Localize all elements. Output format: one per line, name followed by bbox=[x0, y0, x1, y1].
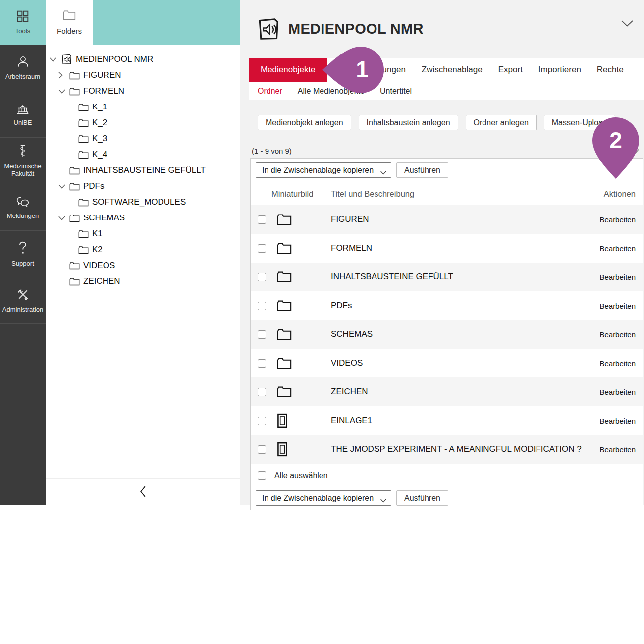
sidebar-item-medizinische-fakultaet[interactable]: Medizinische Fakultät bbox=[0, 138, 46, 184]
row-title[interactable]: THE JMODSP EXPERIMENT - A MEANINGFUL MOD… bbox=[331, 444, 582, 454]
chevron-down-icon[interactable] bbox=[58, 184, 69, 189]
row-checkbox[interactable] bbox=[258, 330, 266, 339]
sidebar-filler bbox=[0, 324, 46, 505]
ausfuehren-button[interactable]: Ausführen bbox=[396, 162, 448, 178]
sidebar-item-support[interactable]: Support bbox=[0, 231, 46, 277]
bulk-action-select[interactable]: In die Zwischenablage kopieren bbox=[256, 490, 391, 506]
chevron-down-icon[interactable] bbox=[50, 57, 60, 62]
sidebar-item-label: Meldungen bbox=[5, 212, 40, 219]
sidebar-item-tools[interactable]: Tools bbox=[0, 0, 46, 45]
bearbeiten-link[interactable]: Bearbeiten bbox=[599, 330, 636, 339]
tree-item-software_modules[interactable]: SOFTWARE_MODULES bbox=[46, 194, 240, 210]
tree-item-schemas[interactable]: SCHEMAS bbox=[46, 210, 240, 226]
bearbeiten-link[interactable]: Bearbeiten bbox=[599, 388, 636, 396]
tab-importieren[interactable]: Importieren bbox=[531, 58, 589, 82]
sidebar-item-arbeitsraum[interactable]: Arbeitsraum bbox=[0, 45, 46, 91]
tree-item-pdfs[interactable]: PDFs bbox=[46, 178, 240, 194]
tab-zwischenablage[interactable]: Zwischenablage bbox=[414, 58, 490, 82]
chevron-right-icon[interactable] bbox=[58, 72, 69, 79]
bearbeiten-link[interactable]: Bearbeiten bbox=[599, 244, 636, 253]
bearbeiten-link[interactable]: Bearbeiten bbox=[599, 359, 636, 368]
sidebar-item-label: UniBE bbox=[12, 119, 34, 126]
row-title[interactable]: VIDEOS bbox=[331, 358, 363, 368]
folder-icon bbox=[277, 357, 294, 369]
folder-icon bbox=[69, 71, 80, 80]
subtab-untertitel[interactable]: Untertitel bbox=[380, 87, 412, 96]
tree-item-k1[interactable]: K1 bbox=[46, 226, 240, 242]
row-title[interactable]: PDFs bbox=[331, 301, 352, 311]
tree-item-label: VIDEOS bbox=[83, 261, 115, 270]
tree-item-videos[interactable]: VIDEOS bbox=[46, 258, 240, 273]
screenshot-stage: Tools Arbeitsraum UniBE Medizinische Fak… bbox=[0, 0, 644, 644]
folder-icon bbox=[277, 328, 294, 340]
inhaltsbaustein-anlegen-button[interactable]: Inhaltsbaustein anlegen bbox=[359, 115, 458, 130]
tab-partially-covered[interactable]: ungen bbox=[375, 58, 414, 82]
row-checkbox[interactable] bbox=[258, 417, 266, 425]
table-row-zeichen: ZEICHEN Bearbeiten bbox=[251, 377, 643, 406]
ausfuehren-button[interactable]: Ausführen bbox=[396, 490, 448, 506]
row-title[interactable]: SCHEMAS bbox=[331, 329, 373, 339]
tree-item-formeln[interactable]: FORMELN bbox=[46, 83, 240, 99]
folder-icon bbox=[69, 182, 80, 191]
chevron-down-icon[interactable] bbox=[58, 89, 69, 94]
sidebar-item-unibe[interactable]: UniBE bbox=[0, 91, 46, 138]
row-checkbox[interactable] bbox=[258, 359, 266, 368]
person-icon bbox=[16, 55, 30, 68]
tree-item-label: K_4 bbox=[92, 150, 107, 160]
select-all-checkbox[interactable] bbox=[258, 471, 266, 480]
folder-icon bbox=[69, 277, 80, 286]
ordner-anlegen-button[interactable]: Ordner anlegen bbox=[466, 115, 537, 130]
tree-item-inhaltsbausteine-gefuellt[interactable]: INHALTSBAUSTEINE GEFÜLLT bbox=[46, 162, 240, 178]
tab-rechte[interactable]: Rechte bbox=[589, 58, 632, 82]
question-icon bbox=[18, 241, 27, 255]
row-checkbox[interactable] bbox=[258, 388, 266, 396]
massen-upload-button[interactable]: Massen-Upload bbox=[544, 115, 615, 130]
row-checkbox[interactable] bbox=[258, 445, 266, 454]
row-title[interactable]: FORMELN bbox=[331, 243, 372, 253]
building-icon bbox=[16, 103, 30, 114]
bearbeiten-link[interactable]: Bearbeiten bbox=[599, 215, 636, 224]
collapse-panel-icon[interactable] bbox=[140, 486, 146, 497]
tree-item-label: INHALTSBAUSTEINE GEFÜLLT bbox=[83, 165, 206, 175]
tree-item-k_4[interactable]: K_4 bbox=[46, 147, 240, 162]
medienobjekt-anlegen-button[interactable]: Medienobjekt anlegen bbox=[258, 115, 351, 130]
tree-item-k_2[interactable]: K_2 bbox=[46, 115, 240, 131]
row-checkbox[interactable] bbox=[258, 215, 266, 224]
sidebar-item-meldungen[interactable]: Meldungen bbox=[0, 184, 46, 231]
tree-item-label: SOFTWARE_MODULES bbox=[92, 197, 186, 207]
subtab-ordner[interactable]: Ordner bbox=[258, 87, 282, 96]
bulk-action-select[interactable]: In die Zwischenablage kopieren bbox=[256, 162, 391, 178]
tree-item-medienpool-nmr[interactable]: MEDIENPOOL NMR bbox=[46, 52, 240, 67]
subtab-alle-medienobjekte[interactable]: Alle Medienobjekte bbox=[298, 87, 365, 96]
row-title[interactable]: INHALTSBAUSTEINE GEFÜLLT bbox=[331, 272, 453, 282]
tree-item-zeichen[interactable]: ZEICHEN bbox=[46, 273, 240, 289]
row-title[interactable]: FIGUREN bbox=[331, 215, 369, 224]
row-checkbox[interactable] bbox=[258, 302, 266, 310]
tree-item-k2[interactable]: K2 bbox=[46, 242, 240, 258]
bearbeiten-link[interactable]: Bearbeiten bbox=[599, 417, 636, 425]
tab-medienobjekte[interactable]: Medienobjekte bbox=[249, 58, 327, 82]
tree-item-figuren[interactable]: FIGUREN bbox=[46, 67, 240, 83]
tree-item-k_1[interactable]: K_1 bbox=[46, 99, 240, 115]
chevron-down-icon[interactable] bbox=[58, 216, 69, 220]
tab-export[interactable]: Export bbox=[490, 58, 531, 82]
folders-panel: Folders MEDIENPOOL NMR FIGUREN FORMELN bbox=[46, 0, 240, 505]
select-all-row: Alle auswählen bbox=[251, 464, 643, 486]
chevron-down-icon[interactable] bbox=[621, 20, 633, 29]
media-pool-icon bbox=[255, 17, 281, 42]
row-title[interactable]: ZEICHEN bbox=[331, 387, 368, 397]
bearbeiten-link[interactable]: Bearbeiten bbox=[599, 273, 636, 281]
chevron-down-icon[interactable] bbox=[633, 149, 639, 153]
row-checkbox[interactable] bbox=[258, 244, 266, 253]
bearbeiten-link[interactable]: Bearbeiten bbox=[599, 302, 636, 310]
pagination-label: (1 - 9 von 9) bbox=[252, 147, 292, 155]
bearbeiten-link[interactable]: Bearbeiten bbox=[599, 445, 636, 454]
tab-folders[interactable]: Folders bbox=[46, 0, 93, 45]
row-title[interactable]: EINLAGE1 bbox=[331, 416, 372, 426]
sidebar-item-administration[interactable]: Administration bbox=[0, 277, 46, 324]
bulk-action-bar-top: In die Zwischenablage kopieren Ausführen bbox=[251, 159, 643, 182]
main-content: MEDIENPOOL NMR Medienobjekte ungen Zwisc… bbox=[249, 0, 644, 505]
row-checkbox[interactable] bbox=[258, 273, 266, 281]
tree-item-k_3[interactable]: K_3 bbox=[46, 131, 240, 147]
folder-icon bbox=[78, 246, 89, 254]
